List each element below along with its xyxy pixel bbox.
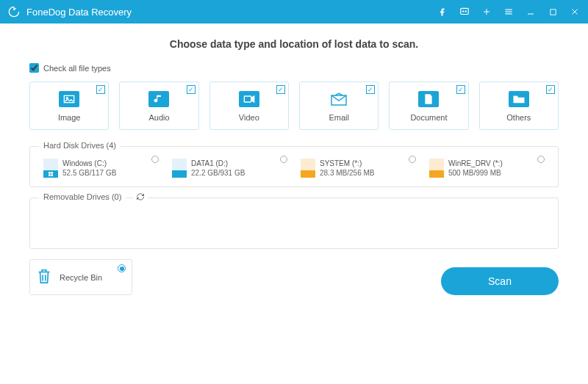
close-icon[interactable] [569,6,581,18]
checkmark-icon: ✓ [96,85,105,94]
drive-name: Windows (C:) [62,159,116,168]
facebook-icon[interactable] [437,6,448,18]
type-card-others[interactable]: ✓ Others [479,81,559,130]
drive-info: WinRE_DRV (*:) 500 MB/999 MB [448,159,503,178]
drive-icon [43,159,58,178]
email-icon [329,91,349,107]
drive-size: 28.3 MB/256 MB [320,168,374,178]
drive-info: Windows (C:) 52.5 GB/117 GB [62,159,116,178]
checkmark-icon: ✓ [276,85,285,94]
video-icon [239,91,259,107]
document-icon [418,91,439,107]
app-logo-icon [7,5,21,18]
drive-icon [429,159,444,178]
refresh-icon[interactable] [133,192,148,203]
drive-item[interactable]: Windows (C:) 52.5 GB/117 GB [40,159,162,178]
drive-item[interactable]: SYSTEM (*:) 28.3 MB/256 MB [298,159,419,178]
drive-size: 52.5 GB/117 GB [62,168,116,178]
drive-item[interactable]: DATA1 (D:) 22.2 GB/931 GB [169,159,290,178]
recycle-bin-card[interactable]: Recycle Bin [29,259,132,295]
svg-rect-14 [244,96,251,102]
removable-section-title: Removable Drives (0) [39,192,126,201]
svg-point-1 [463,11,464,12]
drive-radio[interactable] [151,156,159,163]
type-label: Audio [123,113,195,122]
check-all-label: Check all file types [43,64,111,73]
removable-section: Removable Drives (0) [29,198,559,249]
check-all-row[interactable]: Check all file types [29,63,559,73]
svg-point-2 [465,11,466,12]
drive-radio[interactable] [409,156,416,163]
drive-item[interactable]: WinRE_DRV (*:) 500 MB/999 MB [426,159,548,178]
menu-icon[interactable] [503,6,514,18]
file-type-grid: ✓ Image ✓ Audio ✓ Video ✓ Email ✓ Docume… [29,81,559,130]
checkmark-icon: ✓ [456,85,465,94]
drive-size: 500 MB/999 MB [448,168,503,178]
titlebar-controls [437,6,581,18]
titlebar-left: FoneDog Data Recovery [7,5,132,18]
page-heading: Choose data type and location of lost da… [29,38,559,50]
drive-name: SYSTEM (*:) [320,159,374,168]
bottom-row: Recycle Bin Scan [29,259,559,295]
trash-icon [36,267,52,287]
svg-rect-16 [49,172,51,174]
svg-rect-18 [49,174,51,176]
titlebar: FoneDog Data Recovery [0,0,588,23]
drive-info: SYSTEM (*:) 28.3 MB/256 MB [320,159,374,178]
image-icon [59,91,79,107]
svg-rect-9 [550,9,555,14]
type-label: Video [213,113,285,122]
type-card-image[interactable]: ✓ Image [29,81,109,130]
main-content: Choose data type and location of lost da… [0,23,588,303]
feedback-icon[interactable] [459,6,470,18]
drive-name: DATA1 (D:) [191,159,245,168]
scan-button[interactable]: Scan [441,267,559,295]
type-card-email[interactable]: ✓ Email [299,81,379,130]
type-label: Others [483,113,555,122]
drive-icon [172,159,187,178]
recycle-label: Recycle Bin [60,273,102,282]
drive-info: DATA1 (D:) 22.2 GB/931 GB [191,159,245,178]
type-card-video[interactable]: ✓ Video [209,81,289,130]
svg-rect-19 [51,174,53,176]
checkmark-icon: ✓ [187,85,196,94]
app-title: FoneDog Data Recovery [26,7,132,18]
minimize-icon[interactable] [525,6,537,18]
type-label: Email [303,113,375,122]
type-card-audio[interactable]: ✓ Audio [119,81,198,130]
recycle-radio-selected[interactable] [118,264,126,272]
hdd-section-title: Hard Disk Drives (4) [39,141,121,150]
drive-name: WinRE_DRV (*:) [448,159,503,168]
removable-empty [40,210,548,239]
hdd-drive-list: Windows (C:) 52.5 GB/117 GB DATA1 (D:) 2… [40,159,548,178]
drive-radio[interactable] [537,156,545,163]
check-all-checkbox[interactable] [29,63,39,73]
audio-icon [148,91,169,107]
checkmark-icon: ✓ [546,85,555,94]
checkmark-icon: ✓ [366,85,375,94]
svg-rect-17 [51,172,53,174]
type-label: Document [392,113,465,122]
drive-icon [301,159,315,178]
type-card-document[interactable]: ✓ Document [389,81,468,130]
plus-icon[interactable] [481,6,492,18]
hdd-section: Hard Disk Drives (4) Windows (C:) 52.5 G… [29,146,559,187]
maximize-icon[interactable] [547,6,559,18]
svg-rect-0 [461,8,469,14]
drive-radio[interactable] [280,156,287,163]
drive-size: 22.2 GB/931 GB [191,168,245,178]
type-label: Image [33,113,105,122]
folder-icon [509,91,529,107]
